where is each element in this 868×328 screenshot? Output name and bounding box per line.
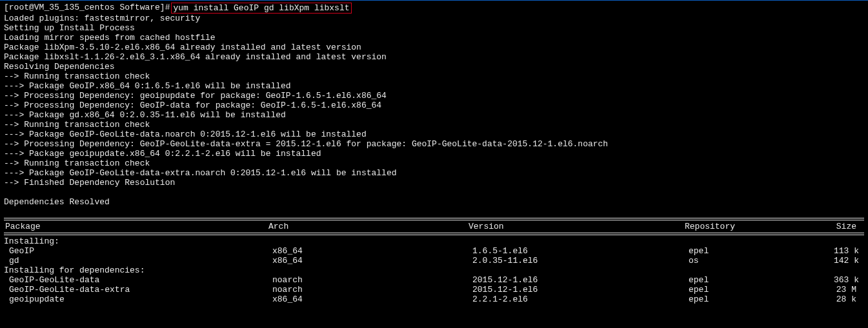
cell-repo: os [689,256,834,265]
terminal-line: Setting up Install Process [4,23,864,33]
dependency-table: Package Arch Version Repository Size [4,222,864,231]
cell-version: 2015.12-1.el6 [472,285,689,294]
table-body: Installing:GeoIPx86_641.6.5-1.el6epel113… [4,236,864,304]
col-header-arch: Arch [268,222,469,231]
terminal-line: Loading mirror speeds from cached hostfi… [4,33,864,43]
cell-package: geoipupdate [4,294,272,304]
cell-repo: epel [689,246,834,256]
terminal-line: ---> Package GeoIP-GeoLite-data-extra.no… [4,168,864,178]
terminal-line: Package libxslt-1.1.26-2.el6_3.1.x86_64 … [4,52,864,62]
col-header-repo: Repository [685,222,830,231]
table-row: GeoIP-GeoLite-data-extranoarch2015.12-1.… [4,285,864,294]
table-header-row: Package Arch Version Repository Size [4,222,864,231]
cell-version: 2015.12-1.el6 [472,275,689,285]
cell-arch: x86_64 [272,294,472,304]
table-section-label: Installing for dependencies: [4,265,864,275]
terminal-line: ---> Package GeoIP.x86_64 0:1.6.5-1.el6 … [4,81,864,91]
cell-package: gd [4,256,272,265]
cell-size: 113 k [834,246,867,256]
terminal-line: --> Running transaction check [4,159,864,168]
cell-package: GeoIP-GeoLite-data [4,275,272,285]
terminal-line: ---> Package gd.x86_64 0:2.0.35-11.el6 w… [4,110,864,120]
terminal-line: --> Processing Dependency: GeoIP-data fo… [4,101,864,110]
terminal-line: Package libXpm-3.5.10-2.el6.x86_64 alrea… [4,43,864,52]
terminal-line: --> Running transaction check [4,72,864,81]
cell-arch: noarch [272,285,472,294]
cell-package: GeoIP-GeoLite-data-extra [4,285,272,294]
cell-version: 1.6.5-1.el6 [472,246,689,256]
terminal-line [4,207,864,217]
cell-repo: epel [689,275,834,285]
terminal-line: --> Finished Dependency Resolution [4,178,864,188]
table-top-rule [4,218,864,220]
table-row: gdx86_642.0.35-11.el6os142 k [4,256,864,265]
col-header-version: Version [469,222,685,231]
shell-prompt-line: [root@VM_35_135_centos Software]# yum in… [4,3,864,14]
cell-arch: x86_64 [272,256,472,265]
table-row: geoipupdatex86_642.2.1-2.el6epel28 k [4,294,864,304]
terminal-line: --> Processing Dependency: GeoIP-GeoLite… [4,139,864,149]
terminal-line [4,188,864,197]
highlighted-command: yum install GeoIP gd libXpm libxslt [171,3,351,14]
cell-version: 2.2.1-2.el6 [472,294,689,304]
terminal-line: ---> Package GeoIP-GeoLite-data.noarch 0… [4,130,864,139]
shell-prompt-prefix: [root@VM_35_135_centos Software]# [4,3,170,12]
cell-size: 28 k [834,294,864,304]
terminal-line: Resolving Dependencies [4,62,864,72]
col-header-package: Package [4,222,268,231]
cell-version: 2.0.35-11.el6 [472,256,689,265]
terminal-line: Loaded plugins: fastestmirror, security [4,14,864,23]
cell-size: 363 k [834,275,867,285]
table-section-label: Installing: [4,236,864,246]
table-row: GeoIPx86_641.6.5-1.el6epel113 k [4,246,864,256]
cell-arch: noarch [272,275,472,285]
terminal-line: --> Running transaction check [4,120,864,130]
terminal-output: Loaded plugins: fastestmirror, securityS… [4,14,864,217]
cell-package: GeoIP [4,246,272,256]
cell-size: 142 k [834,256,867,265]
terminal-line: --> Processing Dependency: geoipupdate f… [4,91,864,101]
cell-arch: x86_64 [272,246,472,256]
cell-repo: epel [689,294,834,304]
table-row: GeoIP-GeoLite-datanoarch2015.12-1.el6epe… [4,275,864,285]
terminal-line: ---> Package geoipupdate.x86_64 0:2.2.1-… [4,149,864,159]
cell-repo: epel [689,285,834,294]
terminal-line: Dependencies Resolved [4,197,864,207]
table-header-rule [4,233,864,235]
cell-size: 23 M [834,285,864,294]
col-header-size: Size [830,222,864,231]
